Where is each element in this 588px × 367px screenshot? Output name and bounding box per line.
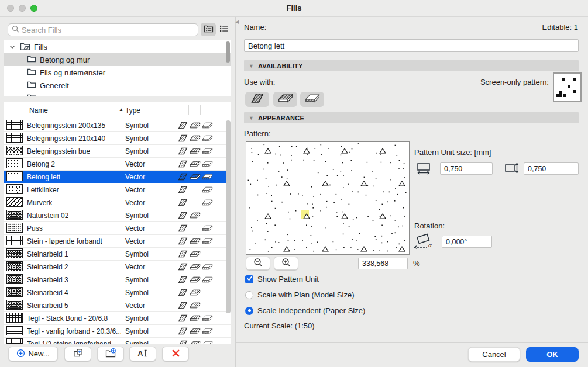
column-header-type[interactable]: Type bbox=[125, 106, 140, 115]
table-row[interactable]: Naturstein 02 Symbol bbox=[4, 209, 231, 222]
table-row[interactable]: Tegl - vanlig forband - 20.3/6.... Symbo… bbox=[4, 325, 231, 338]
use-with-cut-button[interactable] bbox=[300, 92, 324, 107]
fill-swatch bbox=[6, 287, 23, 297]
window-title: Fills bbox=[0, 4, 588, 12]
drafting-fill-icon bbox=[177, 160, 190, 168]
table-scrollbar[interactable] bbox=[226, 120, 231, 313]
folder-icon bbox=[27, 68, 36, 77]
pattern-height-value: 0,750 bbox=[528, 165, 546, 173]
fill-swatch bbox=[6, 158, 23, 168]
delete-x-icon bbox=[171, 349, 180, 359]
appearance-section-header[interactable]: ▼ APPEARANCE bbox=[244, 112, 579, 123]
unit-size-label: Pattern Unit size: [mm] bbox=[414, 148, 491, 157]
tree-folder-2[interactable]: Generelt bbox=[4, 79, 231, 92]
rename-button[interactable]: A bbox=[129, 347, 156, 361]
rotation-label: Rotation: bbox=[414, 221, 445, 230]
zoom-out-button[interactable] bbox=[246, 257, 270, 270]
table-row[interactable]: Betong lett Vector bbox=[4, 171, 231, 184]
table-row[interactable]: Steinarbeid 3 Symbol bbox=[4, 273, 231, 286]
tree-root-fills[interactable]: Fills bbox=[4, 40, 231, 53]
table-row[interactable]: Stein - løpende forbandt Vector bbox=[4, 235, 231, 248]
fill-list-header[interactable]: Name ▲ Type bbox=[4, 102, 231, 119]
pattern-height-input[interactable]: 0,750 bbox=[524, 162, 579, 175]
new-folder-button[interactable] bbox=[97, 347, 124, 361]
checkbox-checked-icon bbox=[245, 275, 253, 283]
fill-type: Symbol bbox=[125, 212, 149, 220]
folder-icon bbox=[27, 94, 36, 96]
pattern-label: Pattern: bbox=[244, 129, 271, 138]
show-pattern-unit-checkbox[interactable]: Show Pattern Unit bbox=[245, 275, 319, 283]
table-row[interactable]: Belegningsstein 210x140 Symbol bbox=[4, 132, 231, 145]
search-input[interactable]: Search Fills bbox=[8, 23, 198, 36]
cover-fill-icon bbox=[190, 172, 202, 181]
table-row[interactable]: Tegl - Stack Bond - 20/6.8 Symbol bbox=[4, 312, 231, 325]
plus-circle-icon bbox=[16, 349, 25, 359]
titlebar: Fills bbox=[0, 0, 588, 17]
availability-title: AVAILABILITY bbox=[258, 63, 303, 70]
cut-fill-icon bbox=[202, 340, 214, 344]
tree-folder-partial[interactable] bbox=[4, 92, 231, 96]
duplicate-button[interactable] bbox=[64, 347, 91, 361]
table-row[interactable]: Betong 2 Vector bbox=[4, 158, 231, 171]
table-row[interactable]: Steinarbeid 4 Symbol bbox=[4, 286, 231, 299]
fill-swatch bbox=[6, 223, 23, 233]
table-row[interactable]: Lettklinker Vector bbox=[4, 184, 231, 196]
cancel-button[interactable]: Cancel bbox=[468, 347, 520, 362]
table-row[interactable]: Steinarbeid 5 Vector bbox=[4, 299, 231, 312]
screen-only-pattern-preview[interactable] bbox=[553, 72, 582, 102]
tree-folder-0[interactable]: Betong og mur bbox=[4, 53, 231, 66]
table-row[interactable]: Murverk Vector bbox=[4, 196, 231, 209]
drafting-fill-icon bbox=[177, 288, 190, 297]
settings-panel: ◀ Name: Editable: 1 Betong lett ▼ AVAILA… bbox=[235, 17, 588, 367]
fill-name: Betong lett bbox=[27, 173, 60, 181]
cover-fill-icon bbox=[190, 237, 202, 245]
column-header-name[interactable]: Name bbox=[29, 106, 48, 115]
appearance-title: APPEARANCE bbox=[258, 115, 304, 122]
scale-with-plan-radio[interactable]: Scale with Plan (Model Size) bbox=[245, 290, 354, 299]
cut-fill-icon bbox=[202, 262, 214, 271]
drafting-fill-icon bbox=[177, 275, 190, 284]
fill-name: Steinarbeid 2 bbox=[27, 263, 68, 271]
duplicate-icon bbox=[73, 348, 83, 359]
table-row[interactable]: Steinarbeid 2 Vector bbox=[4, 261, 231, 273]
pattern-preview[interactable] bbox=[246, 141, 410, 255]
folder-icon bbox=[27, 55, 36, 64]
fill-name: Murverk bbox=[27, 199, 52, 207]
tree-scrollbar[interactable] bbox=[226, 41, 230, 63]
panel-collapse-handle[interactable]: ◀ bbox=[235, 19, 239, 25]
left-panel: Search Fills Fills Betong og mur Flis og… bbox=[0, 17, 235, 367]
table-row[interactable]: Belegningsstein 200x135 Symbol bbox=[4, 119, 231, 132]
new-button[interactable]: New... bbox=[8, 347, 58, 361]
scale-independent-radio[interactable]: Scale Independent (Paper Size) bbox=[245, 306, 365, 315]
availability-section-header[interactable]: ▼ AVAILABILITY bbox=[244, 60, 579, 71]
cover-fill-icon bbox=[190, 301, 202, 310]
table-row[interactable]: Tegl 1/2 steins løpeforband Symbol bbox=[4, 338, 231, 344]
fill-type: Vector bbox=[125, 263, 145, 271]
tree-view-toggle[interactable] bbox=[201, 23, 216, 36]
table-row[interactable]: Belegningsstein bue Symbol bbox=[4, 145, 231, 158]
zoom-in-button[interactable] bbox=[274, 257, 298, 270]
list-view-toggle[interactable] bbox=[216, 23, 232, 36]
fill-name-input[interactable]: Betong lett bbox=[244, 39, 579, 52]
pattern-width-input[interactable]: 0,750 bbox=[440, 162, 493, 175]
drafting-fill-icon bbox=[177, 314, 190, 323]
fill-name: Stein - løpende forbandt bbox=[27, 237, 102, 245]
fills-folder-icon bbox=[20, 42, 30, 52]
cover-fill-icon bbox=[190, 314, 202, 323]
table-row[interactable]: Puss Vector bbox=[4, 222, 231, 235]
pattern-width-icon bbox=[415, 162, 432, 177]
ok-button[interactable]: OK bbox=[526, 347, 579, 362]
drafting-fill-icon bbox=[250, 93, 265, 106]
fill-name: Tegl - Stack Bond - 20/6.8 bbox=[27, 314, 108, 323]
fill-name: Belegningsstein 200x135 bbox=[27, 122, 105, 130]
use-with-cover-button[interactable] bbox=[273, 92, 297, 107]
sort-asc-icon: ▲ bbox=[119, 107, 123, 112]
rotation-input[interactable]: 0,000° bbox=[442, 236, 492, 248]
delete-button[interactable] bbox=[162, 347, 189, 361]
use-with-drafting-button[interactable] bbox=[245, 92, 269, 107]
table-row[interactable]: Steinarbeid 1 Symbol bbox=[4, 248, 231, 261]
tree-folder-1[interactable]: Flis og rutemønster bbox=[4, 66, 231, 79]
zoom-percent-input[interactable]: 338,568 bbox=[358, 258, 408, 269]
editable-count: Editable: 1 bbox=[542, 23, 578, 32]
fill-swatch bbox=[6, 313, 23, 323]
